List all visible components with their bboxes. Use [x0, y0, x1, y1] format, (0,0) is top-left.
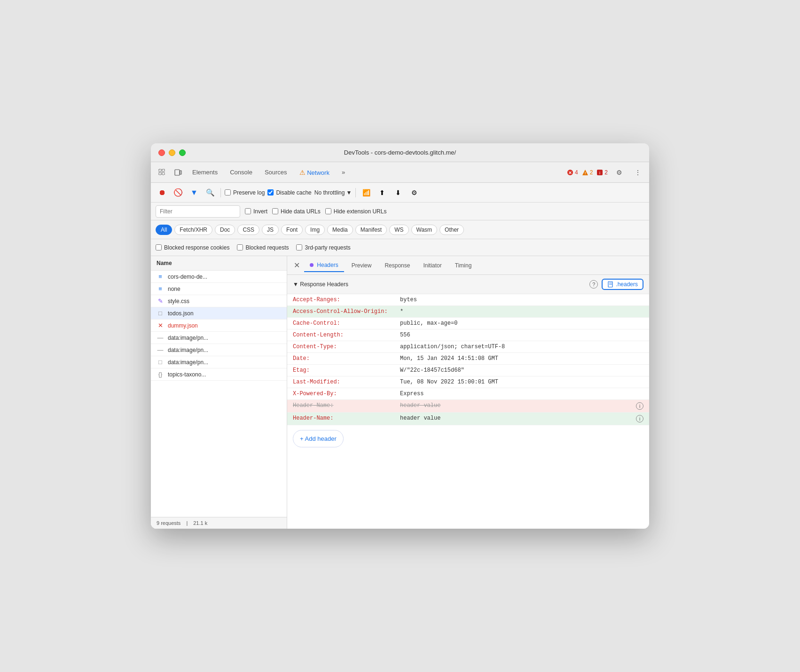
- info-icon[interactable]: i: [636, 415, 643, 422]
- main-content: Name ≡ cors-demo-de... ≡ none ✎ style.cs…: [151, 256, 649, 529]
- header-key: Date:: [293, 355, 396, 362]
- invert-label[interactable]: Invert: [245, 208, 267, 215]
- filter-chip-other[interactable]: Other: [439, 225, 464, 235]
- download-icon[interactable]: ⬇: [392, 186, 405, 199]
- record-stop-button[interactable]: ⏺: [156, 186, 169, 199]
- left-panel: Name ≡ cors-demo-de... ≡ none ✎ style.cs…: [151, 256, 287, 529]
- svg-text:i: i: [599, 171, 600, 175]
- tab-sources[interactable]: Sources: [259, 166, 293, 179]
- header-key: Access-Control-Allow-Origin:: [293, 308, 396, 315]
- filter-chip-img[interactable]: Img: [305, 225, 325, 235]
- blocked-cookies-label[interactable]: Blocked response cookies: [156, 244, 229, 251]
- hide-data-checkbox[interactable]: [272, 208, 278, 214]
- blocked-requests-checkbox[interactable]: [237, 244, 243, 250]
- doc-icon: ≡: [157, 273, 164, 280]
- traffic-lights: [158, 149, 186, 156]
- network-settings-icon[interactable]: ⚙: [408, 186, 421, 199]
- disable-cache-checkbox[interactable]: [267, 189, 274, 195]
- tab-response[interactable]: Response: [379, 259, 416, 272]
- upload-icon[interactable]: ⬆: [376, 186, 389, 199]
- list-item[interactable]: ≡ cors-demo-de...: [151, 271, 287, 283]
- more-options-icon[interactable]: ⋮: [630, 165, 645, 180]
- filter-chip-manifest[interactable]: Manifest: [355, 225, 387, 235]
- tab-more[interactable]: »: [336, 166, 351, 179]
- error-icon: ✕: [157, 322, 164, 329]
- cursor-icon[interactable]: [155, 165, 170, 180]
- filter-chip-all[interactable]: All: [156, 225, 172, 235]
- hide-data-label[interactable]: Hide data URLs: [272, 208, 321, 215]
- filter-chip-font[interactable]: Font: [281, 225, 303, 235]
- file-list: ≡ cors-demo-de... ≡ none ✎ style.css □ t…: [151, 271, 287, 517]
- filter-chip-media[interactable]: Media: [327, 225, 353, 235]
- list-item[interactable]: — data:image/pn...: [151, 344, 287, 356]
- preserve-log-label[interactable]: Preserve log: [225, 189, 265, 196]
- svg-rect-0: [159, 169, 161, 172]
- header-row-access-control: Access-Control-Allow-Origin: *: [287, 306, 649, 318]
- section-title: ▼ Response Headers: [293, 281, 348, 288]
- separator-2: [355, 188, 356, 197]
- third-party-label[interactable]: 3rd-party requests: [296, 244, 350, 251]
- detail-tabs: ✕ Headers Preview Response Initiator Tim…: [287, 256, 649, 275]
- right-panel: ✕ Headers Preview Response Initiator Tim…: [287, 256, 649, 529]
- tab-network[interactable]: ⚠ Network: [294, 166, 335, 179]
- hide-ext-checkbox[interactable]: [325, 208, 331, 214]
- preserve-log-checkbox[interactable]: [225, 189, 231, 195]
- device-mode-icon[interactable]: [171, 165, 186, 180]
- file-name: none: [168, 286, 281, 292]
- filter-chip-doc[interactable]: Doc: [215, 225, 235, 235]
- maximize-button[interactable]: [179, 149, 186, 156]
- invert-checkbox[interactable]: [245, 208, 251, 214]
- blocked-cookies-checkbox[interactable]: [156, 244, 162, 250]
- close-detail-button[interactable]: ✕: [291, 260, 302, 271]
- tab-preview[interactable]: Preview: [346, 259, 377, 272]
- filter-chip-css[interactable]: CSS: [237, 225, 259, 235]
- filter-chip-ws[interactable]: WS: [389, 225, 408, 235]
- header-row-date: Date: Mon, 15 Jan 2024 14:51:08 GMT: [287, 353, 649, 365]
- help-icon[interactable]: ?: [589, 280, 598, 289]
- tab-initiator[interactable]: Initiator: [417, 259, 447, 272]
- tab-console[interactable]: Console: [224, 166, 258, 179]
- settings-icon[interactable]: ⚙: [612, 165, 627, 180]
- filter-icon[interactable]: ▼: [188, 186, 201, 199]
- list-item[interactable]: {} topics-taxono...: [151, 368, 287, 381]
- filter-chip-wasm[interactable]: Wasm: [411, 225, 438, 235]
- filter-chip-fetch/xhr[interactable]: Fetch/XHR: [174, 225, 212, 235]
- list-item-selected[interactable]: □ todos.json: [151, 307, 287, 320]
- list-item[interactable]: ≡ none: [151, 283, 287, 295]
- extra-filter-bar: Blocked response cookies Blocked request…: [151, 239, 649, 256]
- tab-elements[interactable]: Elements: [187, 166, 223, 179]
- clear-button[interactable]: 🚫: [172, 186, 185, 199]
- error-badge-red: ✕ 4: [567, 169, 578, 176]
- requests-count: 9 requests: [157, 520, 180, 526]
- search-icon[interactable]: 🔍: [204, 186, 217, 199]
- add-header-button[interactable]: + Add header: [293, 430, 344, 447]
- hide-ext-label[interactable]: Hide extension URLs: [325, 208, 387, 215]
- filter-chip-js[interactable]: JS: [262, 225, 279, 235]
- info-icon[interactable]: i: [636, 402, 643, 410]
- filter-input[interactable]: [156, 205, 240, 218]
- list-item[interactable]: ✎ style.css: [151, 295, 287, 307]
- close-button[interactable]: [158, 149, 165, 156]
- disable-cache-label[interactable]: Disable cache: [267, 189, 311, 196]
- img-icon: —: [157, 346, 164, 353]
- type-filter-bar: AllFetch/XHRDocCSSJSFontImgMediaManifest…: [151, 220, 649, 239]
- list-item[interactable]: — data:image/pn...: [151, 332, 287, 344]
- file-name: data:image/pn...: [168, 347, 281, 353]
- list-item[interactable]: □ data:image/pn...: [151, 356, 287, 368]
- header-row-content-type: Content-Type: application/json; charset=…: [287, 341, 649, 353]
- tab-timing[interactable]: Timing: [449, 259, 478, 272]
- file-icon: [607, 281, 614, 288]
- list-item[interactable]: ✕ dummy.json: [151, 320, 287, 332]
- third-party-checkbox[interactable]: [296, 244, 302, 250]
- header-value: header value: [400, 415, 632, 422]
- minimize-button[interactable]: [169, 149, 175, 156]
- wifi-icon[interactable]: 📶: [360, 186, 373, 199]
- svg-rect-3: [162, 172, 165, 175]
- header-key: Header-Name:: [293, 402, 396, 409]
- filter-bar: Invert Hide data URLs Hide extension URL…: [151, 203, 649, 220]
- file-name: cors-demo-de...: [168, 273, 281, 280]
- headers-file-button[interactable]: .headers: [602, 279, 643, 290]
- throttle-select[interactable]: No throttling ▼: [314, 189, 352, 196]
- blocked-requests-label[interactable]: Blocked requests: [237, 244, 289, 251]
- tab-headers[interactable]: Headers: [304, 259, 344, 272]
